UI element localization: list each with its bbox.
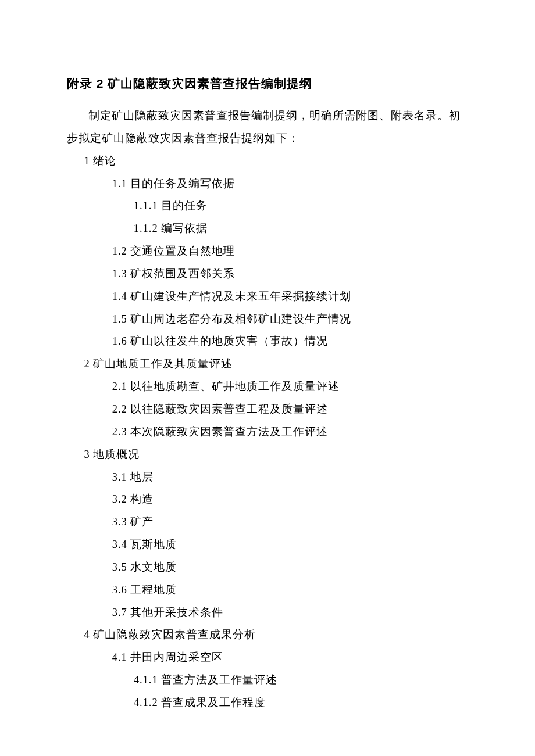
outline-4-1-1: 4.1.1 普查方法及工作量评述 xyxy=(67,669,468,691)
outline-2-2: 2.2 以往隐蔽致灾因素普查工程及质量评述 xyxy=(67,398,468,421)
outline-2-1: 2.1 以往地质勘查、矿井地质工作及质量评述 xyxy=(67,375,468,398)
outline-4-1: 4.1 井田内周边采空区 xyxy=(67,646,468,669)
outline-3-7: 3.7 其他开采技术条件 xyxy=(67,601,468,624)
outline-2-3: 2.3 本次隐蔽致灾因素普查方法及工作评述 xyxy=(67,421,468,443)
document-page: 附录 2 矿山隐蔽致灾因素普查报告编制提纲 制定矿山隐蔽致灾因素普查报告编制提纲… xyxy=(0,0,535,756)
outline-4-heading: 4 矿山隐蔽致灾因素普查成果分析 xyxy=(67,624,468,646)
outline-1-1-2: 1.1.2 编写依据 xyxy=(67,217,468,240)
outline-3-1: 3.1 地层 xyxy=(67,466,468,489)
outline-1-1-1: 1.1.1 目的任务 xyxy=(67,195,468,217)
outline-1-4: 1.4 矿山建设生产情况及未来五年采掘接续计划 xyxy=(67,285,468,308)
outline-1-6: 1.6 矿山以往发生的地质灾害（事故）情况 xyxy=(67,330,468,353)
outline-1-3: 1.3 矿权范围及西邻关系 xyxy=(67,263,468,285)
outline-3-5: 3.5 水文地质 xyxy=(67,556,468,579)
outline-4-1-2: 4.1.2 普查成果及工作程度 xyxy=(67,691,468,714)
appendix-title: 附录 2 矿山隐蔽致灾因素普查报告编制提纲 xyxy=(67,76,468,92)
outline-3-2: 3.2 构造 xyxy=(67,488,468,511)
outline-1-1: 1.1 目的任务及编写依据 xyxy=(67,173,468,195)
outline-1-2: 1.2 交通位置及自然地理 xyxy=(67,240,468,263)
outline-3-6: 3.6 工程地质 xyxy=(67,579,468,601)
outline-2-heading: 2 矿山地质工作及其质量评述 xyxy=(67,353,468,375)
outline-3-3: 3.3 矿产 xyxy=(67,511,468,533)
outline-3-heading: 3 地质概况 xyxy=(67,443,468,466)
outline-1-heading: 1 绪论 xyxy=(67,150,468,173)
outline-1-5: 1.5 矿山周边老窑分布及相邻矿山建设生产情况 xyxy=(67,308,468,331)
intro-paragraph: 制定矿山隐蔽致灾因素普查报告编制提纲，明确所需附图、附表名录。初步拟定矿山隐蔽致… xyxy=(67,105,468,150)
outline-3-4: 3.4 瓦斯地质 xyxy=(67,533,468,556)
